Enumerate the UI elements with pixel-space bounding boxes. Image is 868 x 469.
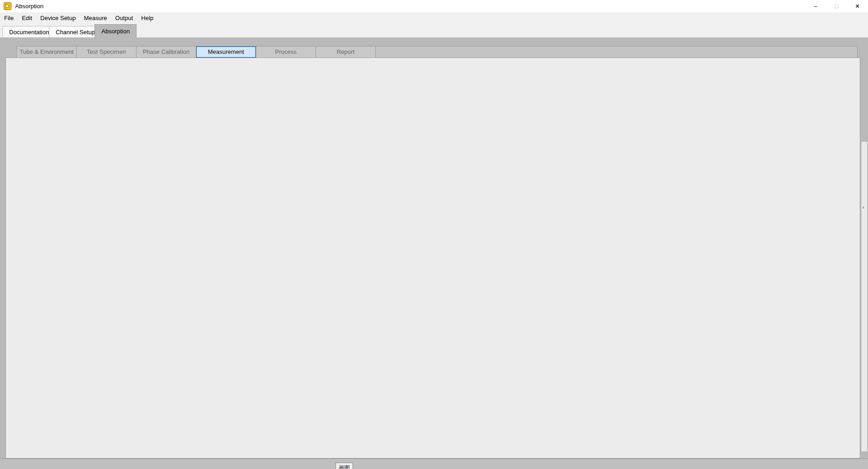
menu-edit[interactable]: Edit — [18, 12, 36, 24]
menu-file[interactable]: File — [0, 12, 18, 24]
measurement-page-panel — [5, 57, 860, 459]
chevron-left-icon[interactable]: ‹ — [863, 204, 864, 210]
tab-documentation[interactable]: Documentation — [2, 26, 56, 37]
window-title: Absorption — [15, 3, 43, 10]
right-scrollbar[interactable] — [861, 141, 868, 452]
subtab-test-specimen[interactable]: Test Specimen — [76, 46, 137, 58]
app-icon — [4, 2, 11, 10]
title-bar: Absorption – □ ✕ — [0, 0, 868, 13]
subtab-report[interactable]: Report — [316, 46, 376, 58]
close-button[interactable]: ✕ — [847, 0, 868, 12]
absorption-app-window: Absorption – □ ✕ File Edit Device Setup … — [0, 0, 868, 469]
subtab-phase-calibration[interactable]: Phase Calibration — [136, 46, 196, 58]
menu-help[interactable]: Help — [137, 12, 158, 24]
maximize-button[interactable]: □ — [826, 0, 847, 12]
subtab-process[interactable]: Process — [256, 46, 316, 58]
bottom-partial-tab[interactable]: 画图 — [336, 463, 353, 469]
menu-device-setup[interactable]: Device Setup — [36, 12, 79, 24]
subtab-measurement[interactable]: Measurement — [196, 46, 256, 58]
tab-absorption[interactable]: Absorption — [95, 24, 137, 37]
main-tab-strip: Documentation Channel Setup Absorption — [0, 24, 868, 37]
subtab-tube-environment[interactable]: Tube & Environment — [16, 46, 77, 58]
subtab-filler — [375, 46, 857, 58]
menu-measure[interactable]: Measure — [80, 12, 111, 24]
menu-bar: File Edit Device Setup Measure Output He… — [0, 12, 868, 24]
menu-output[interactable]: Output — [111, 12, 137, 24]
minimize-button[interactable]: – — [805, 0, 826, 12]
bottom-band: 画图 — [0, 459, 868, 469]
tab-channel-setup[interactable]: Channel Setup — [49, 26, 102, 37]
